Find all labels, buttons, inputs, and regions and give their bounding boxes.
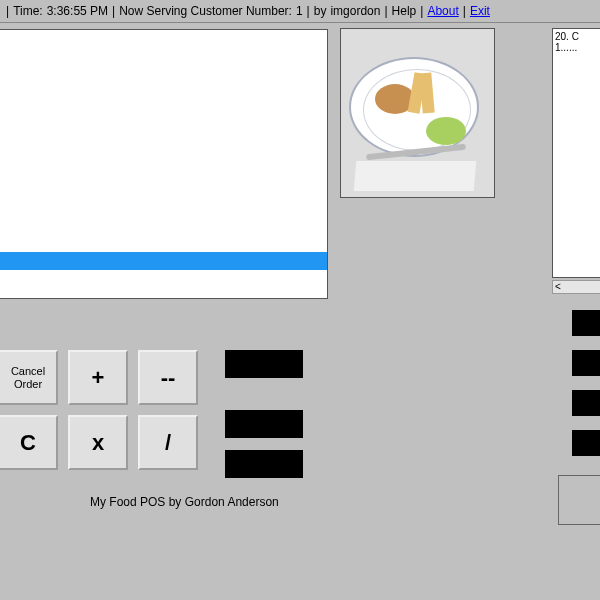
time-value: 3:36:55 PM	[47, 4, 108, 18]
header-bar: | Time: 3:36:55 PM | Now Serving Custome…	[0, 0, 600, 23]
clear-button[interactable]: C	[0, 415, 58, 470]
food-photo	[340, 28, 495, 198]
footer-credit: My Food POS by Gordon Anderson	[90, 495, 279, 509]
side-button-2[interactable]	[572, 350, 600, 376]
receipt-line: 1......	[555, 42, 599, 53]
empty-panel	[558, 475, 600, 525]
divide-button[interactable]: /	[138, 415, 198, 470]
keypad: Cancel Order + -- C x /	[0, 350, 198, 470]
cancel-order-button[interactable]: Cancel Order	[0, 350, 58, 405]
plus-button[interactable]: +	[68, 350, 128, 405]
display-field-2	[225, 410, 303, 438]
help-link[interactable]: Help	[392, 4, 417, 18]
serving-label: Now Serving Customer Number:	[119, 4, 292, 18]
receipt-list[interactable]: 20. C 1......	[552, 28, 600, 278]
about-link[interactable]: About	[427, 4, 458, 18]
exit-link[interactable]: Exit	[470, 4, 490, 18]
scrollbar-left-icon[interactable]: <	[552, 280, 600, 294]
display-field-3	[225, 450, 303, 478]
receipt-line: 20. C	[555, 31, 599, 42]
multiply-button[interactable]: x	[68, 415, 128, 470]
minus-button[interactable]: --	[138, 350, 198, 405]
selection-bar	[0, 252, 327, 270]
display-field-1	[225, 350, 303, 378]
author: imgordon	[330, 4, 380, 18]
serving-value: 1	[296, 4, 303, 18]
side-button-4[interactable]	[572, 430, 600, 456]
time-label: Time:	[13, 4, 43, 18]
order-display[interactable]	[0, 29, 328, 299]
by-label: by	[314, 4, 327, 18]
side-button-1[interactable]	[572, 310, 600, 336]
side-button-3[interactable]	[572, 390, 600, 416]
